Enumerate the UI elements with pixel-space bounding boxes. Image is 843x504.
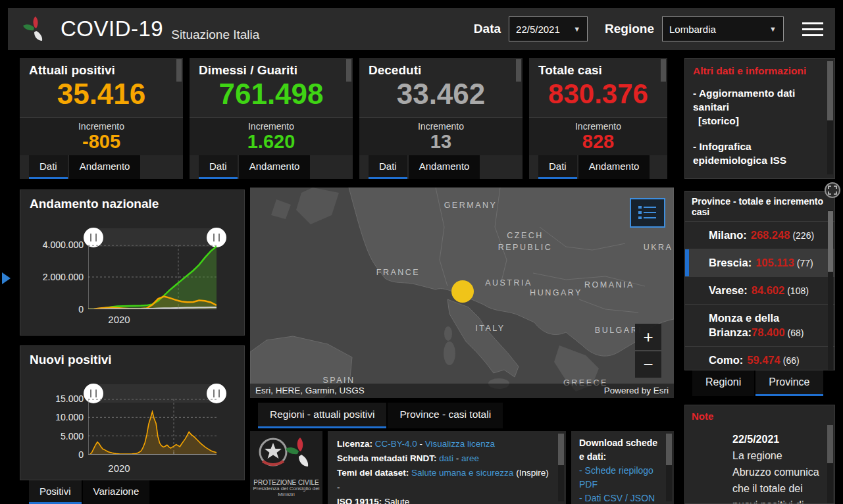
logo-subcaption: Presidenza del Consiglio dei Ministri — [250, 486, 322, 497]
altri-dati-panel: Altri dati e informazioni - Aggiornament… — [684, 58, 835, 179]
link-cc-by[interactable]: CC-BY-4.0 — [375, 439, 417, 449]
tab-positivi[interactable]: Positivi — [29, 480, 82, 504]
card-tabs: Dati Andamento — [369, 155, 523, 179]
map-country-label: GERMANY — [444, 201, 498, 210]
chart-title: Andamento nazionale — [30, 197, 159, 211]
card-value: 33.462 — [369, 78, 513, 111]
link-storico[interactable]: [storico] — [693, 114, 820, 128]
scrollbar[interactable] — [827, 425, 833, 504]
card-tabs: Dati Andamento — [538, 155, 667, 179]
data-label: Data — [474, 22, 501, 36]
map-country-label: FRANCE — [376, 268, 420, 277]
tab-dati[interactable]: Dati — [199, 155, 238, 179]
covid-dashboard: { "colors": {"accent":"#1f6fd0","link":"… — [0, 0, 843, 504]
regione-label: Regione — [605, 22, 654, 36]
card-totale-casi: Totale casi 830.376 Incremento 828 Dati … — [529, 58, 667, 179]
download-panel: Download schede e dati: - Schede riepilo… — [571, 431, 674, 504]
map-country-label: AUSTRIA — [485, 278, 532, 288]
iso-line: ISO 19115: Salute — [337, 495, 551, 504]
tab-province-casi-totali[interactable]: Province - casi totali — [388, 403, 503, 428]
tab-andamento[interactable]: Andamento — [409, 155, 480, 179]
link-aree[interactable]: aree — [461, 453, 479, 463]
map-marker-lombardia[interactable] — [451, 280, 474, 303]
expand-sidebar-arrow-icon[interactable] — [2, 272, 11, 284]
increment-value: 13 — [359, 132, 523, 152]
note-date: 22/5/2021 — [732, 431, 823, 447]
tab-andamento[interactable]: Andamento — [578, 155, 650, 179]
card-value: 830.376 — [538, 78, 658, 111]
tab-province[interactable]: Province — [755, 370, 823, 396]
province-row-brescia[interactable]: Brescia:105.113(77) — [685, 249, 834, 276]
tab-regioni[interactable]: Regioni — [692, 370, 754, 396]
temi-line: Temi del dataset: Salute umana e sicurez… — [337, 466, 551, 495]
app-header: COVID-19 Situazione Italia Data 22/5/202… — [8, 8, 835, 50]
province-row-milano[interactable]: Milano:268.248(226) — [685, 221, 834, 249]
scrollbar[interactable] — [828, 210, 833, 370]
link-visualizza-licenza[interactable]: Visualizza licenza — [425, 439, 495, 449]
card-body: Dimessi / Guariti 761.498 — [190, 58, 353, 117]
y-tick: 2.000.000 — [23, 272, 84, 282]
increment-value: 828 — [529, 132, 667, 152]
scrollbar[interactable] — [661, 59, 666, 82]
scrollbar[interactable] — [666, 434, 672, 501]
link-dati[interactable]: dati — [439, 453, 453, 463]
powered-by-esri: Powered by Esri — [604, 386, 669, 398]
y-tick: 15.000 — [23, 393, 84, 404]
card-value: 35.416 — [29, 78, 174, 111]
link-dati-csv-json[interactable]: - Dati CSV / JSON — [579, 491, 662, 504]
map-country-label: ROMANIA — [584, 280, 634, 290]
map-country-label: UKRA — [644, 243, 673, 252]
link-infografica-iss[interactable]: - Infografica epidemiologica ISS — [693, 139, 820, 167]
card-tabs: Dati Andamento — [29, 155, 183, 179]
province-row-monza[interactable]: Monza e della Brianza:78.400(68) — [685, 304, 834, 346]
card-title: Attuali positivi — [29, 63, 174, 78]
province-row-como[interactable]: Como:59.474(66) — [685, 346, 834, 370]
scrollbar[interactable] — [827, 61, 833, 174]
increment-label: Incremento — [529, 121, 667, 132]
tab-variazione[interactable]: Variazione — [83, 480, 150, 504]
link-salute-umana[interactable]: Salute umana e sicurezza — [411, 468, 513, 478]
legend-button[interactable] — [630, 198, 665, 228]
note-body: 22/5/2021 La regione Abruzzo comunica ch… — [732, 431, 823, 504]
scrollbar[interactable] — [176, 59, 182, 82]
note-panel: Note 22/5/2021 La regione Abruzzo comuni… — [684, 405, 835, 504]
zoom-out-button[interactable]: − — [635, 351, 661, 378]
date-select[interactable]: 22/5/2021 ▼ — [509, 16, 588, 41]
map-country-label: ITALY — [475, 324, 505, 333]
altri-dati-title: Altri dati e informazioni — [693, 65, 820, 77]
y-tick: 0 — [23, 304, 84, 315]
chevron-down-icon: ▼ — [573, 25, 580, 33]
tab-andamento[interactable]: Andamento — [69, 155, 141, 179]
province-row-varese[interactable]: Varese:84.602(108) — [685, 276, 834, 304]
tab-dati[interactable]: Dati — [538, 155, 577, 179]
tab-dati[interactable]: Dati — [29, 155, 68, 179]
card-title: Dimessi / Guariti — [199, 63, 344, 78]
region-select[interactable]: Lombardia ▼ — [662, 16, 784, 41]
iso-label: ISO 19115: — [337, 497, 382, 504]
time-range-slider[interactable] — [88, 228, 217, 247]
card-deceduti: Deceduti 33.462 Incremento 13 Dati Andam… — [359, 58, 523, 179]
tab-dati[interactable]: Dati — [369, 155, 407, 179]
tab-andamento[interactable]: Andamento — [239, 155, 311, 179]
andamento-nazionale-plot[interactable] — [88, 245, 217, 309]
protezione-civile-logo-box: PROTEZIONE CIVILE Presidenza del Consigl… — [250, 431, 322, 504]
license-panel: Licenza: CC-BY-4.0 - Visualizza licenza … — [328, 431, 566, 504]
link-aggiornamento-dati[interactable]: - Aggiornamento dati sanitari — [693, 86, 820, 114]
tab-regioni-attuali-positivi[interactable]: Regioni - attuali positivi — [258, 403, 386, 428]
map-country-label: HUNGARY — [530, 288, 582, 297]
chevron-down-icon: ▼ — [769, 25, 777, 33]
zoom-in-button[interactable]: + — [635, 324, 661, 350]
scrollbar[interactable] — [516, 59, 521, 82]
link-schede-riepilogo-pdf[interactable]: - Schede riepilogo PDF — [579, 464, 662, 491]
europe-map[interactable]: GERMANYCZECHREPUBLICUKRAFRANCEAUSTRIAHUN… — [250, 188, 674, 398]
fullscreen-expand-icon[interactable] — [825, 182, 840, 198]
chart-title: Nuovi positivi — [30, 353, 112, 367]
y-tick: 0 — [23, 449, 84, 460]
scrollbar[interactable] — [558, 434, 564, 501]
menu-icon[interactable] — [802, 18, 823, 40]
nuovi-positivi-panel: Nuovi positivi 15.000 10.000 5.000 0 202… — [20, 345, 245, 480]
nuovi-positivi-plot[interactable] — [88, 399, 217, 455]
map-country-label: REPUBLIC — [498, 243, 553, 252]
scrollbar[interactable] — [346, 59, 351, 82]
card-body: Attuali positivi 35.416 — [20, 58, 183, 117]
